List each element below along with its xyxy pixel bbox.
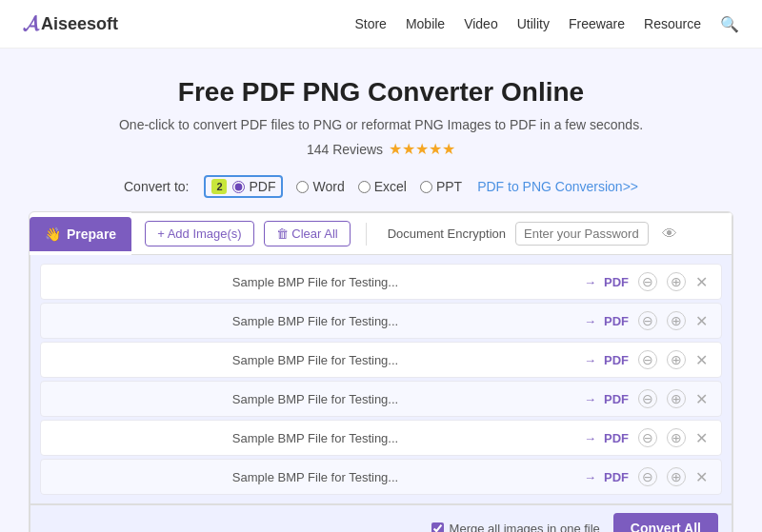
- close-icon[interactable]: ✕: [695, 312, 708, 330]
- close-icon[interactable]: ✕: [695, 429, 708, 447]
- minus-icon[interactable]: ⊖: [638, 467, 657, 486]
- file-name: Sample BMP File for Testing...: [54, 353, 576, 367]
- toolbar-divider: [366, 223, 367, 246]
- table-row: Sample BMP File for Testing... → PDF ⊖ ⊕…: [40, 459, 722, 495]
- eye-icon[interactable]: 👁: [662, 226, 677, 243]
- convert-row: Convert to: 2 PDF Word Excel PPT PDF to …: [19, 175, 743, 198]
- radio-pdf-option[interactable]: 2 PDF: [204, 175, 283, 198]
- plus-icon[interactable]: ⊕: [667, 467, 686, 486]
- reviews-row: 144 Reviews ★★★★★: [19, 140, 743, 158]
- nav-video[interactable]: Video: [464, 16, 498, 31]
- merge-label: Merge all images in one file: [450, 522, 600, 533]
- arrow-icon: →: [584, 275, 596, 289]
- prepare-tab: 👋 Prepare: [30, 217, 131, 251]
- radio-pdf-label: PDF: [249, 179, 275, 194]
- toolbar-wrapper: 👋 Prepare + Add Image(s) 🗑 Clear All Doc…: [30, 212, 732, 255]
- merge-checkbox-input[interactable]: [431, 522, 444, 533]
- radio-excel-input[interactable]: [358, 181, 371, 193]
- minus-icon[interactable]: ⊖: [638, 311, 657, 330]
- radio-excel-label: Excel: [374, 179, 407, 194]
- radio-ppt-input[interactable]: [420, 181, 432, 193]
- converter-box: 👋 Prepare + Add Image(s) 🗑 Clear All Doc…: [29, 211, 733, 532]
- radio-word-label: Word: [312, 179, 344, 194]
- star-rating: ★★★★★: [389, 140, 455, 158]
- close-icon[interactable]: ✕: [695, 351, 708, 369]
- search-icon[interactable]: 🔍: [720, 15, 739, 33]
- logo-icon: 𝓐: [23, 11, 39, 36]
- convert-all-button[interactable]: Convert All: [613, 513, 718, 532]
- minus-icon[interactable]: ⊖: [638, 272, 657, 291]
- arrow-icon: →: [584, 353, 596, 367]
- logo-text: Aiseesoft: [41, 14, 118, 34]
- nav-resource[interactable]: Resource: [644, 16, 701, 31]
- main-content: Free PDF PNG Converter Online One-click …: [0, 49, 762, 532]
- close-icon[interactable]: ✕: [695, 390, 708, 408]
- minus-icon[interactable]: ⊖: [638, 428, 657, 447]
- table-row: Sample BMP File for Testing... → PDF ⊖ ⊕…: [40, 420, 722, 456]
- bottom-bar: Merge all images in one file Convert All: [30, 504, 732, 532]
- prepare-label: Prepare: [67, 227, 116, 242]
- plus-icon[interactable]: ⊕: [667, 350, 686, 369]
- toolbar-actions: + Add Image(s) 🗑 Clear All Document Encr…: [131, 212, 732, 255]
- table-row: Sample BMP File for Testing... → PDF ⊖ ⊕…: [40, 264, 722, 300]
- plus-icon[interactable]: ⊕: [667, 272, 686, 291]
- file-actions: ⊖ ⊕ ✕: [638, 467, 708, 486]
- table-row: Sample BMP File for Testing... → PDF ⊖ ⊕…: [40, 303, 722, 339]
- file-list-area: Sample BMP File for Testing... → PDF ⊖ ⊕…: [30, 255, 732, 504]
- close-icon[interactable]: ✕: [695, 273, 708, 291]
- radio-pdf-input[interactable]: [232, 181, 245, 193]
- minus-icon[interactable]: ⊖: [638, 350, 657, 369]
- radio-group: 2 PDF Word Excel PPT: [204, 175, 462, 198]
- clear-all-button[interactable]: 🗑 Clear All: [264, 221, 351, 246]
- table-row: Sample BMP File for Testing... → PDF ⊖ ⊕…: [40, 381, 722, 417]
- arrow-icon: →: [584, 470, 596, 484]
- file-type: PDF: [604, 392, 629, 406]
- file-name: Sample BMP File for Testing...: [54, 392, 576, 406]
- radio-word-input[interactable]: [296, 181, 309, 193]
- page-title: Free PDF PNG Converter Online: [19, 77, 743, 108]
- file-actions: ⊖ ⊕ ✕: [638, 311, 708, 330]
- nav-store[interactable]: Store: [354, 16, 386, 31]
- file-type: PDF: [604, 431, 629, 445]
- nav-utility[interactable]: Utility: [517, 16, 550, 31]
- file-name: Sample BMP File for Testing...: [54, 275, 576, 289]
- arrow-icon: →: [584, 431, 596, 445]
- plus-icon[interactable]: ⊕: [667, 428, 686, 447]
- plus-icon[interactable]: ⊕: [667, 311, 686, 330]
- reviews-count: 144 Reviews: [307, 142, 383, 157]
- prepare-icon: 👋: [45, 227, 61, 242]
- radio-ppt-label: PPT: [436, 179, 462, 194]
- add-images-button[interactable]: + Add Image(s): [145, 221, 254, 246]
- convert-link[interactable]: PDF to PNG Conversion>>: [477, 179, 638, 194]
- file-type: PDF: [604, 353, 629, 367]
- merge-checkbox-label[interactable]: Merge all images in one file: [431, 522, 600, 533]
- convert-label: Convert to:: [124, 179, 189, 194]
- arrow-icon: →: [584, 314, 596, 328]
- doc-encrypt-label: Document Encryption: [388, 227, 506, 241]
- file-name: Sample BMP File for Testing...: [54, 431, 576, 445]
- subtitle: One-click to convert PDF files to PNG or…: [19, 117, 743, 132]
- step-number: 2: [211, 179, 227, 194]
- file-actions: ⊖ ⊕ ✕: [638, 272, 708, 291]
- file-name: Sample BMP File for Testing...: [54, 470, 576, 484]
- arrow-icon: →: [584, 392, 596, 406]
- minus-icon[interactable]: ⊖: [638, 389, 657, 408]
- file-name: Sample BMP File for Testing...: [54, 314, 576, 328]
- header: 𝓐 Aiseesoft Store Mobile Video Utility F…: [0, 0, 762, 49]
- file-actions: ⊖ ⊕ ✕: [638, 389, 708, 408]
- password-input[interactable]: [515, 222, 649, 246]
- nav-freeware[interactable]: Freeware: [569, 16, 625, 31]
- radio-word-option[interactable]: Word: [296, 179, 344, 194]
- file-type: PDF: [604, 470, 629, 484]
- logo: 𝓐 Aiseesoft: [23, 11, 118, 36]
- radio-ppt-option[interactable]: PPT: [420, 179, 462, 194]
- file-type: PDF: [604, 314, 629, 328]
- plus-icon[interactable]: ⊕: [667, 389, 686, 408]
- file-actions: ⊖ ⊕ ✕: [638, 428, 708, 447]
- file-actions: ⊖ ⊕ ✕: [638, 350, 708, 369]
- close-icon[interactable]: ✕: [695, 468, 708, 486]
- nav-mobile[interactable]: Mobile: [406, 16, 445, 31]
- file-type: PDF: [604, 275, 629, 289]
- prepare-tab-wrapper: 👋 Prepare: [30, 212, 131, 255]
- radio-excel-option[interactable]: Excel: [358, 179, 407, 194]
